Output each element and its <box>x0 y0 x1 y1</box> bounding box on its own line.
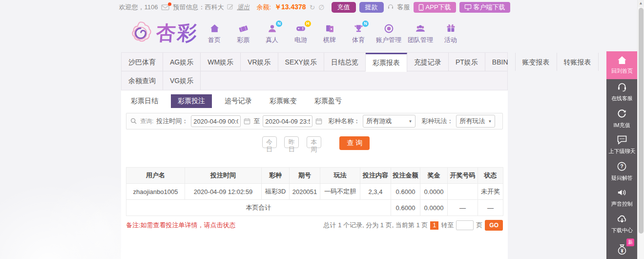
tab-wm[interactable]: WM娱乐 <box>201 53 241 71</box>
sidebar-item-faq[interactable]: ? 疑问解答 <box>606 158 637 185</box>
logout-link[interactable]: 退出 <box>237 3 249 12</box>
recharge-button[interactable]: 充值 <box>332 2 356 13</box>
nav-item-chess[interactable]: 棋牌 <box>318 23 341 44</box>
gift-icon <box>446 23 456 34</box>
subtab-lottery-change[interactable]: 彩票账变 <box>265 94 302 108</box>
tiles-icon <box>325 23 335 34</box>
nav-item-sports[interactable]: N 体育 <box>347 23 370 44</box>
cell-username: zhaojianbo1005 <box>126 184 185 200</box>
edit-icon[interactable] <box>227 3 233 11</box>
site-logo[interactable]: 杏彩 <box>128 20 198 46</box>
page-scrollbar[interactable]: ▲ <box>637 0 644 259</box>
mail-icon[interactable] <box>161 4 169 11</box>
sidebar-item-online-service[interactable]: 在线客服 <box>606 79 637 106</box>
time-from-input[interactable] <box>191 115 241 127</box>
game-select[interactable]: 所有游戏 ▼ <box>363 115 415 128</box>
tab-daily-summary[interactable]: 日结总览 <box>324 53 366 71</box>
live-dealer-icon <box>267 23 277 34</box>
home-icon <box>617 56 627 65</box>
today-button[interactable]: 今日 <box>262 136 277 148</box>
sidebar-item-label: 疑问解答 <box>611 174 632 182</box>
nav-item-home[interactable]: 首页 <box>203 23 226 44</box>
nav-label: 账户管理 <box>376 36 401 44</box>
cloud-download-icon <box>617 214 627 224</box>
cell-status[interactable]: 未开奖 <box>478 184 503 200</box>
week-button[interactable]: 本周 <box>307 136 321 148</box>
search-button[interactable]: 查 询 <box>339 136 370 150</box>
tab-bbin[interactable]: BBIN <box>485 53 516 71</box>
tab-pt[interactable]: PT娱乐 <box>449 53 485 71</box>
hide-balance-icon[interactable]: ∅ <box>318 3 324 11</box>
play-select[interactable]: 所有玩法 ▼ <box>456 115 495 128</box>
sidebar-item-label: 下载中心 <box>611 227 632 235</box>
tab-transfer-report[interactable]: 转账报表 <box>557 53 599 71</box>
scrollbar-up-arrow[interactable]: ▲ <box>638 0 644 7</box>
trophy-icon <box>353 23 364 34</box>
client-download-button[interactable]: 客户端下载 <box>459 2 510 13</box>
goto-page-input[interactable] <box>456 220 474 230</box>
calendar-icon[interactable] <box>244 118 250 125</box>
tab-account-change[interactable]: 账变报表 <box>516 53 557 71</box>
sidebar-item-download-center[interactable]: 下载中心 <box>606 211 637 237</box>
nav-item-egame[interactable]: H 电游 <box>290 23 312 44</box>
tab-ag[interactable]: AG娱乐 <box>163 53 201 71</box>
welcome-text: 欢迎您，1106 <box>119 3 158 12</box>
headset-24-icon <box>617 82 627 92</box>
nav-item-promo[interactable]: 活动 <box>439 23 462 44</box>
sidebar-item-bonus[interactable]: 新 ¥ <box>606 237 637 259</box>
quick-range-row: 今日 昨日 本周 查 询 <box>121 136 508 150</box>
play-select-value: 所有玩法 <box>459 117 485 126</box>
cell-prize: 0.0000 <box>420 184 448 200</box>
nav-item-lottery[interactable]: 彩票 <box>232 23 254 44</box>
current-page-badge[interactable]: 1 <box>430 221 438 230</box>
nav-item-team[interactable]: 团队管理 <box>408 23 433 44</box>
sidebar-item-chat[interactable]: 上下级聊天 <box>606 132 637 158</box>
search-icon <box>130 118 137 125</box>
tab-sexy[interactable]: SEXY娱乐 <box>278 53 324 71</box>
play-type-label: 彩种玩法： <box>421 117 453 126</box>
svg-text:¥: ¥ <box>621 248 623 253</box>
go-button[interactable]: GO <box>485 220 503 231</box>
subtab-lottery-daily[interactable]: 彩票日结 <box>126 94 163 108</box>
calendar-icon[interactable] <box>315 118 322 125</box>
report-content: 彩票日结 彩票投注 追号记录 彩票账变 彩票盈亏 查询: 投注时间： 至 彩种名… <box>121 90 508 259</box>
sidebar-item-label: 回到首页 <box>611 67 632 75</box>
subtab-lottery-bets[interactable]: 彩票投注 <box>171 94 212 108</box>
sidebar-item-sound[interactable]: 声音控制 <box>606 185 637 211</box>
tab-lottery-report[interactable]: 彩票报表 <box>366 53 407 72</box>
withdraw-button[interactable]: 提款 <box>359 2 384 13</box>
new-badge: N <box>362 21 369 27</box>
scrollbar-thumb[interactable] <box>639 8 644 234</box>
subtab-chase-record[interactable]: 追号记录 <box>220 94 257 108</box>
nav-label: 活动 <box>444 36 457 44</box>
team-icon <box>415 23 426 34</box>
logo-text: 杏彩 <box>155 20 199 46</box>
tab-vr[interactable]: VR娱乐 <box>241 53 278 71</box>
col-draw-number: 开奖号码 <box>448 168 478 184</box>
tab-vg[interactable]: VG娱乐 <box>163 71 201 90</box>
question-icon: ? <box>617 161 627 172</box>
app-download-button[interactable]: APP下载 <box>414 2 456 13</box>
game-select-value: 所有游戏 <box>366 117 392 126</box>
subtab-lottery-pl[interactable]: 彩票盈亏 <box>310 94 347 108</box>
summary-dash: — <box>478 200 503 216</box>
tab-shaba-sports[interactable]: 沙巴体育 <box>122 53 163 71</box>
monitor-icon <box>464 4 472 11</box>
sidebar-item-im-recharge[interactable]: IM充值 <box>606 106 637 132</box>
money-bag-icon: ¥ <box>616 243 628 256</box>
bet-time-label: 投注时间： <box>156 117 188 126</box>
balance-value: ￥13.4378 <box>274 3 306 12</box>
time-to-input[interactable] <box>263 115 312 127</box>
nav-item-live[interactable]: N 真人 <box>261 23 283 44</box>
tab-deposit-record[interactable]: 充提记录 <box>407 53 449 71</box>
cell-lottery: 福彩3D <box>262 184 290 200</box>
yesterday-button[interactable]: 昨日 <box>284 136 299 148</box>
nav-item-account[interactable]: 账户管理 <box>376 23 401 44</box>
service-link[interactable]: 客服 <box>397 3 410 12</box>
refresh-balance-icon[interactable]: ↻ <box>310 3 315 11</box>
account-icon <box>384 23 394 34</box>
summary-bet-total: 0.6000 <box>391 200 420 216</box>
sidebar-item-back-home[interactable]: 回到首页 <box>606 51 637 79</box>
primary-nav: 首页 彩票 N 真人 H 电游 棋牌 N <box>203 23 462 44</box>
tab-balance-query[interactable]: 余额查询 <box>122 71 163 90</box>
